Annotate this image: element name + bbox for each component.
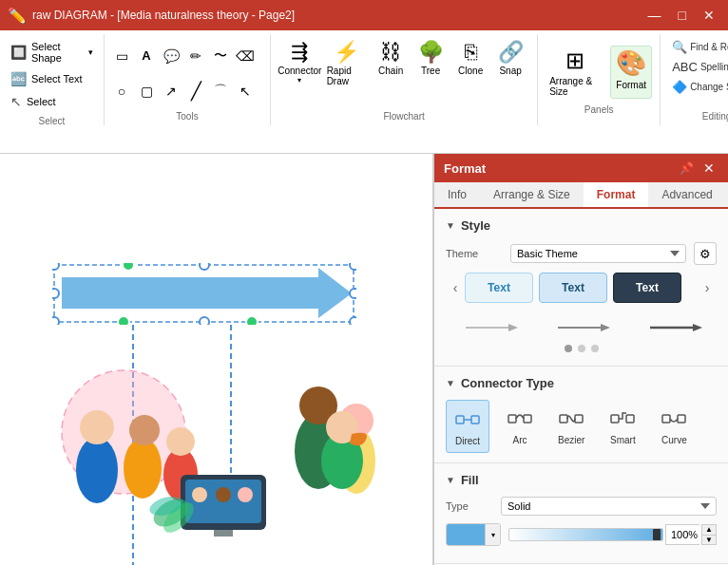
clone-button[interactable]: ⎘ Clone xyxy=(451,38,489,88)
line-preview-1[interactable] xyxy=(455,314,524,337)
connector-arrow[interactable]: ▾ xyxy=(297,76,301,85)
connector-bezier-label: Bezier xyxy=(558,435,584,445)
connector-bezier-button[interactable]: Bezier xyxy=(550,400,592,453)
style-card-light[interactable]: Text xyxy=(465,273,533,303)
theme-select[interactable]: Basic Theme Modern Theme Classic Theme xyxy=(510,244,686,263)
tab-arrange-size[interactable]: Arrange & Size xyxy=(480,182,584,209)
rapid-draw-icon: ⚡ xyxy=(334,40,359,65)
arrange-size-button[interactable]: ⊞ Arrange & Size xyxy=(546,46,604,99)
select-button[interactable]: ↖ Select xyxy=(6,91,98,112)
change-shape-button[interactable]: 🔷 Change Shape ▾ xyxy=(668,78,728,96)
select-text-icon: 🔤 xyxy=(10,71,27,86)
opacity-input[interactable] xyxy=(665,524,699,545)
tab-format[interactable]: Format xyxy=(584,182,649,209)
ellipse-tool[interactable]: ○ xyxy=(110,80,133,103)
line-tool[interactable]: ╱ xyxy=(184,80,207,103)
format-panel-icon: 🎨 xyxy=(616,48,646,78)
style-collapse-icon[interactable]: ▼ xyxy=(446,220,455,231)
select-shape-button[interactable]: 🔲 Select Shape ▾ xyxy=(6,38,98,66)
tab-info[interactable]: Info xyxy=(434,182,480,209)
select-text-button[interactable]: 🔤 Select Text xyxy=(6,68,98,89)
tools-row-1: ▭ A 💬 ✏ 〜 ⌫ xyxy=(110,38,264,74)
style-next-button[interactable]: › xyxy=(698,278,717,297)
pin-button[interactable]: 📌 xyxy=(680,161,694,175)
curve-tool[interactable]: 〜 xyxy=(209,45,232,67)
editing-group-label: Editing xyxy=(668,109,728,122)
maximize-button[interactable]: □ xyxy=(673,6,692,25)
connector-curve-button[interactable]: Curve xyxy=(653,400,695,453)
theme-settings-button[interactable]: ⚙ xyxy=(694,242,717,265)
fill-section-label: Fill xyxy=(461,473,479,487)
svg-point-11 xyxy=(118,316,129,325)
tools-group-label: Tools xyxy=(110,109,264,122)
select-shape-arrow[interactable]: ▾ xyxy=(88,47,93,57)
connector-type-collapse-icon[interactable]: ▼ xyxy=(446,378,455,388)
callout-tool[interactable]: 💬 xyxy=(160,45,182,67)
fill-collapse-icon[interactable]: ▼ xyxy=(446,475,455,485)
line-preview-3[interactable] xyxy=(640,314,708,337)
tree-label: Tree xyxy=(421,66,440,76)
format-panel-button[interactable]: 🎨 Format xyxy=(610,46,652,99)
connector-arc-button[interactable]: Arc xyxy=(499,400,541,453)
canvas-inner xyxy=(0,154,432,565)
chain-button[interactable]: ⛓ Chain xyxy=(372,38,410,88)
snap-button[interactable]: 🔗 Snap xyxy=(491,38,529,88)
connector-direct-button[interactable]: Direct xyxy=(446,400,489,453)
title-bar: ✏️ raw DIAGRAM - [Media naturalness theo… xyxy=(0,0,728,30)
people-illustration xyxy=(29,328,399,537)
editing-group: 🔍 Find & Replace ABC Spelling 🔷 Change S… xyxy=(661,34,728,125)
opacity-up-button[interactable]: ▲ xyxy=(702,525,716,536)
style-card-dark[interactable]: Text xyxy=(613,273,681,303)
rapid-draw-button[interactable]: ⚡ Rapid Draw xyxy=(323,38,371,88)
arrow-tool[interactable]: ↗ xyxy=(160,80,182,103)
svg-rect-48 xyxy=(560,415,567,423)
svg-rect-44 xyxy=(471,416,479,424)
color-swatch-arrow[interactable]: ▾ xyxy=(485,524,500,545)
find-replace-button[interactable]: 🔍 Find & Replace xyxy=(668,38,728,56)
tools-row-2: ○ ▢ ↗ ╱ ⌒ ↖ xyxy=(110,74,264,110)
ribbon: 🔲 Select Shape ▾ 🔤 Select Text ↖ Select … xyxy=(0,30,728,154)
connector-label: Connector xyxy=(278,66,321,76)
opacity-bar[interactable] xyxy=(508,528,663,541)
svg-point-21 xyxy=(166,427,195,456)
connector-arc-icon xyxy=(507,405,533,432)
connector-button[interactable]: ⇶ Connector ▾ xyxy=(278,38,321,88)
line-preview-2[interactable] xyxy=(547,314,616,337)
minimize-button[interactable]: — xyxy=(642,6,667,25)
style-cards-container: ‹ Text Text Text › xyxy=(446,273,717,303)
close-button[interactable]: ✕ xyxy=(698,6,720,25)
connector-type-section-label: Connector Type xyxy=(461,376,554,390)
svg-point-9 xyxy=(350,317,356,325)
svg-point-6 xyxy=(350,289,356,298)
snap-label: Snap xyxy=(499,66,521,76)
svg-point-10 xyxy=(123,263,134,271)
select-text-label: Select Text xyxy=(31,73,83,85)
tree-button[interactable]: 🌳 Tree xyxy=(412,38,450,88)
opacity-down-button[interactable]: ▼ xyxy=(702,536,716,545)
format-panel: Format 📌 ✕ Info Arrange & Size Format Ad… xyxy=(433,154,728,565)
bezier-tool[interactable]: ⌒ xyxy=(209,80,232,103)
rectangle-tool[interactable]: ▭ xyxy=(110,45,133,67)
clone-label: Clone xyxy=(458,66,483,76)
pointer-tool[interactable]: ↖ xyxy=(234,80,257,103)
spelling-button[interactable]: ABC Spelling xyxy=(668,58,728,76)
style-card-medium[interactable]: Text xyxy=(539,273,607,303)
canvas-area[interactable] xyxy=(0,154,433,565)
tab-advanced[interactable]: Advanced xyxy=(648,182,725,209)
svg-point-7 xyxy=(52,317,59,325)
app-title: raw DIAGRAM - [Media naturalness theory … xyxy=(32,9,295,22)
svg-point-3 xyxy=(200,263,209,270)
fill-type-select[interactable]: Solid Gradient Pattern None xyxy=(501,497,717,516)
style-prev-button[interactable]: ‹ xyxy=(446,278,465,297)
connector-arc-label: Arc xyxy=(513,435,527,445)
fill-type-label: Type xyxy=(446,500,493,512)
rounded-rect-tool[interactable]: ▢ xyxy=(135,80,158,103)
pencil-tool[interactable]: ✏ xyxy=(184,45,207,67)
text-tool[interactable]: A xyxy=(135,45,158,67)
format-panel-close-button[interactable]: ✕ xyxy=(699,160,718,177)
color-swatch[interactable] xyxy=(447,524,485,545)
connector-smart-button[interactable]: Smart xyxy=(602,400,643,453)
connector-direct-icon xyxy=(454,406,481,433)
eraser-tool[interactable]: ⌫ xyxy=(234,45,257,67)
arrow-shape[interactable] xyxy=(52,263,356,325)
